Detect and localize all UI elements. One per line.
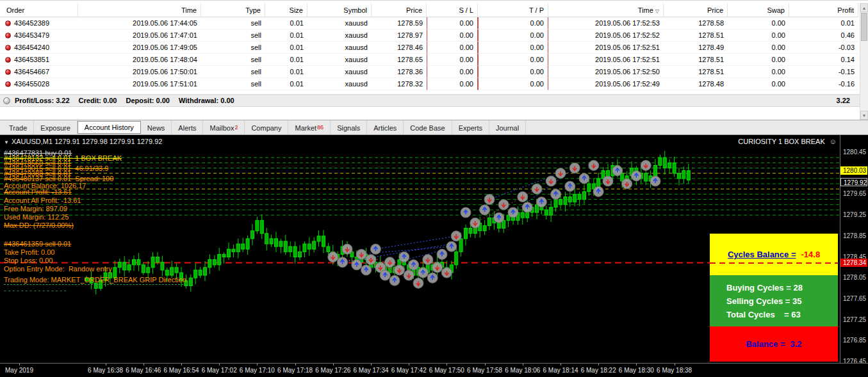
trade-marker-sell[interactable]	[413, 278, 423, 288]
scrollbar-thumb[interactable]	[861, 13, 867, 41]
trade-marker-sell[interactable]	[451, 231, 461, 241]
column-header-close_price[interactable]: Price	[664, 3, 728, 17]
table-row[interactable]: 4364523892019.05.06 17:44:05sell0.01xauu…	[0, 17, 860, 29]
time-axis-tick	[333, 364, 334, 365]
table-row[interactable]: 4364534792019.05.06 17:47:01sell0.01xauu…	[0, 29, 860, 42]
column-header-open_price[interactable]: Price	[372, 3, 427, 17]
trade-marker-buy[interactable]	[593, 186, 603, 197]
trade-marker-buy[interactable]	[650, 176, 660, 186]
table-vertical-scrollbar[interactable]: ▲ ▼	[860, 3, 868, 120]
trade-marker-sell[interactable]	[404, 270, 414, 280]
tab-market[interactable]: Market86	[288, 120, 331, 134]
table-row[interactable]: 4364542402019.05.06 17:49:05sell0.01xauu…	[0, 42, 860, 54]
trade-marker-buy[interactable]	[409, 260, 419, 270]
trade-marker-sell[interactable]	[385, 257, 395, 268]
trade-marker-sell[interactable]	[441, 268, 452, 278]
tab-code-base[interactable]: Code Base	[404, 120, 452, 134]
scroll-up-icon[interactable]: ▲	[860, 3, 868, 12]
column-header-tp[interactable]: T / P	[478, 3, 548, 17]
trade-marker-buy[interactable]	[389, 275, 400, 285]
cell-text: sell	[250, 19, 261, 27]
trade-marker-buy[interactable]	[352, 260, 362, 270]
trade-marker-buy[interactable]	[551, 189, 561, 199]
trade-marker-sell[interactable]	[569, 163, 580, 173]
trade-marker-sell[interactable]	[532, 184, 542, 194]
column-header-sl[interactable]: S / L	[427, 3, 478, 17]
trade-marker-sell[interactable]	[328, 252, 338, 262]
time-axis[interactable]: May 20196 May 16:386 May 16:466 May 16:5…	[0, 363, 868, 377]
column-header-open_time[interactable]: Time	[78, 3, 201, 17]
price-scale[interactable]: 1280.451279.651279.251278.851278.451278.…	[840, 135, 868, 363]
trade-marker-sell[interactable]	[641, 160, 651, 170]
trade-marker-sell[interactable]	[555, 168, 566, 179]
time-axis-tick	[19, 364, 20, 365]
tab-account-history[interactable]: Account History	[78, 121, 141, 134]
trade-marker-sell[interactable]	[546, 176, 556, 186]
tab-journal[interactable]: Journal	[489, 120, 526, 134]
trade-marker-sell[interactable]	[498, 200, 509, 210]
trade-marker-buy[interactable]	[399, 252, 409, 262]
tab-exposure[interactable]: Exposure	[34, 120, 77, 134]
trade-marker-buy[interactable]	[536, 197, 546, 207]
trade-marker-sell[interactable]	[518, 191, 528, 202]
trade-marker-buy[interactable]	[565, 181, 575, 191]
trade-marker-buy[interactable]	[579, 173, 589, 184]
column-header-profit[interactable]: Profit	[789, 3, 858, 17]
trade-marker-buy[interactable]	[446, 241, 457, 252]
trade-marker-buy[interactable]	[508, 207, 518, 218]
trade-marker-buy[interactable]	[631, 171, 641, 181]
trade-marker-buy[interactable]	[437, 249, 447, 259]
trade-marker-sell[interactable]	[589, 160, 599, 170]
overlay-line: Used Margin: 112.25	[4, 213, 279, 221]
trade-marker-sell[interactable]	[432, 262, 443, 273]
cell-text: 0.00	[530, 31, 544, 39]
column-header-order[interactable]: Order	[0, 3, 78, 17]
trade-marker-buy[interactable]	[480, 205, 490, 215]
trade-marker-sell[interactable]	[342, 244, 352, 254]
trade-marker-sell[interactable]	[484, 195, 495, 205]
tab-experts[interactable]: Experts	[452, 120, 489, 134]
trade-marker-sell[interactable]	[470, 218, 480, 228]
trade-marker-sell[interactable]	[603, 176, 613, 186]
tab-mailbox[interactable]: Mailbox2	[203, 120, 245, 134]
cell-text: 2019.05.06 17:47:01	[133, 31, 197, 39]
column-header-close_time[interactable]: Time▽	[548, 3, 664, 17]
trade-marker-buy[interactable]	[418, 268, 428, 278]
tab-alerts[interactable]: Alerts	[172, 120, 203, 134]
trade-marker-sell[interactable]	[423, 255, 433, 265]
trade-marker-buy[interactable]	[380, 270, 390, 280]
time-axis-label: May 2019	[0, 367, 45, 374]
trade-marker-sell[interactable]	[366, 255, 376, 265]
trade-marker-sell[interactable]	[394, 265, 404, 275]
trade-marker-sell[interactable]	[622, 179, 632, 189]
cell-order: 436455028	[0, 78, 78, 90]
column-header-type[interactable]: Type	[201, 3, 265, 17]
table-row[interactable]: 4364546672019.05.06 17:50:01sell0.01xauu…	[0, 66, 860, 78]
cell-symbol: xauusd	[307, 29, 372, 42]
tab-company[interactable]: Company	[245, 120, 288, 134]
scroll-down-icon[interactable]: ▼	[860, 111, 868, 120]
trade-marker-buy[interactable]	[461, 207, 471, 218]
column-header-swap[interactable]: Swap	[728, 3, 789, 17]
cell-close_price: 1278.48	[664, 78, 728, 90]
trade-marker-sell[interactable]	[356, 249, 366, 259]
overlay-line: Take Profit: 0.00	[4, 248, 279, 257]
trade-marker-buy[interactable]	[370, 244, 381, 254]
trade-marker-buy[interactable]	[338, 257, 348, 268]
trade-marker-buy[interactable]	[494, 213, 504, 223]
tab-trade[interactable]: Trade	[3, 120, 34, 134]
table-row[interactable]: 4364550282019.05.06 17:51:01sell0.01xauu…	[0, 78, 860, 90]
cell-text: 2019.05.06 17:51:01	[133, 80, 197, 88]
trade-marker-buy[interactable]	[427, 273, 438, 283]
tab-news[interactable]: News	[141, 120, 172, 134]
trade-marker-buy[interactable]	[361, 265, 372, 275]
trade-marker-buy[interactable]	[612, 166, 623, 176]
column-header-symbol[interactable]: Symbol	[307, 3, 372, 17]
symbol-dropdown-icon[interactable]: ▼	[4, 140, 9, 145]
tab-signals[interactable]: Signals	[331, 120, 367, 134]
table-row[interactable]: 4364538512019.05.06 17:48:04sell0.01xauu…	[0, 54, 860, 66]
column-header-size[interactable]: Size	[265, 3, 307, 17]
tab-articles[interactable]: Articles	[367, 120, 404, 134]
cell-order: 436453479	[0, 29, 78, 42]
trade-marker-buy[interactable]	[522, 202, 532, 213]
